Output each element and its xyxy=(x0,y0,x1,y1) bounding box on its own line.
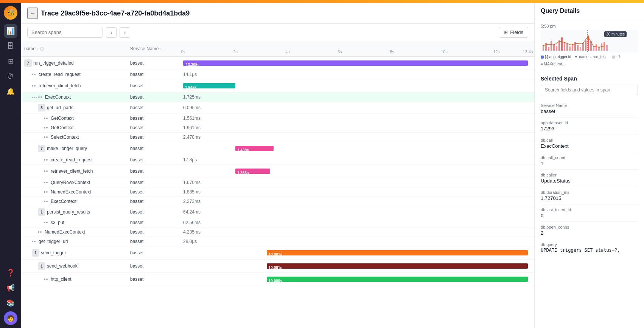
field-db-last-insert-id: db.last_insert_id 0 xyxy=(541,204,638,222)
chart-time: 5:58 pm xyxy=(541,24,638,28)
prev-button[interactable]: ‹ xyxy=(106,27,117,38)
svg-rect-13 xyxy=(577,45,579,51)
table-row[interactable]: ExecContext basset 2.273ms xyxy=(21,197,534,206)
table-row[interactable]: 1 persist_query_results basset 64.24ms xyxy=(21,206,534,218)
selected-span-title: Selected Span xyxy=(541,76,638,82)
expand-badge[interactable]: 7 xyxy=(38,145,45,152)
sidebar-item-docs[interactable]: 📚 xyxy=(4,296,17,310)
table-row[interactable]: get_trigger_url basset 28.0μs xyxy=(21,237,534,246)
svg-rect-24 xyxy=(606,45,608,51)
table-row[interactable]: create_read_request basset 14.1μs xyxy=(21,70,534,79)
span-search-input[interactable] xyxy=(541,85,638,95)
field-db-query: db.query UPDATE triggers SET status=?, xyxy=(541,239,638,256)
help-icon: ❓ xyxy=(6,269,15,277)
svg-rect-16 xyxy=(585,40,586,51)
sidebar-item-data[interactable]: 🗄 xyxy=(4,39,17,53)
sidebar-item-history[interactable]: ⏱ xyxy=(4,70,17,83)
sidebar-item-help[interactable]: ❓ xyxy=(4,266,17,280)
table-row[interactable]: retriever_client_fetch basset 1.949s xyxy=(21,79,534,93)
tick-134s: 13.4s xyxy=(523,50,533,54)
sidebar: 🐝 📊 🗄 ⊞ ⏱ 🔔 ❓ 📢 📚 🧑 xyxy=(0,3,21,328)
expand-badge[interactable]: 1 xyxy=(32,249,39,257)
trace-toolbar: ‹ › ⊞ Fields xyxy=(21,24,534,41)
table-row[interactable]: 1 send_trigger basset 10.001s xyxy=(21,246,534,260)
svg-rect-3 xyxy=(551,41,552,51)
tick-2s: 2s xyxy=(233,50,238,54)
col-header-timeline: 0s 2s 4s 6s 8s 10s 12s 13.4s xyxy=(180,41,534,57)
trace-table: name ↓ ⓘ Service Name ↕ 0s xyxy=(21,41,534,286)
svg-rect-10 xyxy=(569,46,571,51)
tick-0s: 0s xyxy=(181,50,185,54)
table-row[interactable]: ExecContext basset 1.725ms xyxy=(21,93,534,102)
expand-badge[interactable]: 7 xyxy=(24,59,32,67)
tick-8s: 8s xyxy=(390,50,394,54)
table-row[interactable]: http_client basset 10.000s xyxy=(21,273,534,286)
table-row[interactable]: 1 send_webhook basset 10.001s xyxy=(21,260,534,273)
trace-table-container[interactable]: name ↓ ⓘ Service Name ↕ 0s xyxy=(21,41,534,328)
sidebar-item-announcements[interactable]: 📢 xyxy=(4,281,17,295)
chart-label-plus1: +1 xyxy=(612,55,620,59)
next-button[interactable]: › xyxy=(120,27,130,38)
fields-grid-icon: ⊞ xyxy=(504,29,508,35)
table-row[interactable]: QueryRowxContext basset 1.670ms xyxy=(21,178,534,187)
svg-rect-2 xyxy=(548,47,549,51)
table-row[interactable]: retriever_client_fetch basset 1.363s xyxy=(21,165,534,178)
table-row[interactable]: GetContext basset 1.961ms xyxy=(21,123,534,133)
table-row[interactable]: GetContext basset 1.561ms xyxy=(21,114,534,123)
span-name-cell: 7 run_trigger_detailed xyxy=(21,57,127,70)
expand-badge[interactable]: 3 xyxy=(38,104,45,111)
expand-badge[interactable]: 1 xyxy=(38,262,45,270)
field-db-caller: db.caller UpdateStatus xyxy=(541,170,638,187)
field-db-duration-ms: db.duration_ms 1.727015 xyxy=(541,187,638,204)
selected-span-section: Selected Span xyxy=(535,71,644,100)
tick-12s: 12s xyxy=(493,50,500,54)
table-row[interactable]: s3_put basset 62.56ms xyxy=(21,218,534,227)
chart-labels: [-] app.trigger.id ▼ name = run_trig... … xyxy=(541,55,638,66)
field-db-open-conns: db.open_conns 2 xyxy=(541,222,638,239)
info-icon[interactable]: ⓘ xyxy=(40,47,44,51)
panel-title: Query Details xyxy=(535,3,644,19)
svg-rect-8 xyxy=(564,42,565,51)
table-header-row: name ↓ ⓘ Service Name ↕ 0s xyxy=(21,41,534,57)
page-header: ← Trace 29ac9f5e-b3cc-4ae7-a720-fa0bd4a1… xyxy=(21,3,534,24)
table-row[interactable]: create_read_request basset 17.8μs xyxy=(21,155,534,165)
sidebar-item-alerts[interactable]: 🔔 xyxy=(4,85,17,98)
board-icon: ⊞ xyxy=(8,57,14,65)
mini-chart: 30 minutes xyxy=(541,30,638,53)
tick-10s: 10s xyxy=(441,50,448,54)
sidebar-item-boards[interactable]: ⊞ xyxy=(4,54,17,68)
tick-4s: 4s xyxy=(285,50,290,54)
announcement-icon: 📢 xyxy=(6,284,15,292)
chart-label-trigger: [-] app.trigger.id xyxy=(541,55,571,59)
page-title: Trace 29ac9f5e-b3cc-4ae7-a720-fa0bd4a1bd… xyxy=(41,9,190,17)
table-row[interactable]: SelectContext basset 2.478ms xyxy=(21,133,534,142)
service-sort-icon: ↕ xyxy=(160,47,162,51)
fields-button[interactable]: ⊞ Fields xyxy=(499,27,528,38)
back-button[interactable]: ← xyxy=(27,8,38,19)
history-icon: ⏱ xyxy=(7,73,14,80)
sidebar-item-analytics[interactable]: 📊 xyxy=(4,24,17,38)
field-db-call: db.call ExecContext xyxy=(541,135,638,152)
docs-icon: 📚 xyxy=(6,299,15,307)
field-db-call-count: db.call_count 1 xyxy=(541,152,638,170)
chart-tooltip: 30 minutes xyxy=(604,31,627,37)
sort-icon: ↓ xyxy=(37,47,39,51)
app-logo: 🐝 xyxy=(4,6,17,20)
expand-badge[interactable]: 1 xyxy=(38,208,45,216)
span-fields: Service Name basset app.dataset_id 17293… xyxy=(535,100,644,328)
database-icon: 🗄 xyxy=(7,42,14,50)
table-row[interactable]: 7 run_trigger_detailed basset 13.395s xyxy=(21,57,534,70)
analytics-icon: 📊 xyxy=(6,27,15,35)
field-service-name: Service Name basset xyxy=(541,100,638,118)
table-row[interactable]: NamedExecContext basset 4.235ms xyxy=(21,227,534,237)
table-row[interactable]: 3 get_url_parts basset 6.095ms xyxy=(21,102,534,114)
search-input[interactable] xyxy=(27,27,103,38)
tick-6s: 6s xyxy=(338,50,342,54)
svg-rect-14 xyxy=(580,47,581,51)
svg-rect-11 xyxy=(572,44,573,51)
right-panel: Query Details 5:58 pm xyxy=(534,3,644,328)
table-row[interactable]: 7 make_longer_query basset 1.438s xyxy=(21,142,534,155)
svg-rect-1 xyxy=(545,43,547,51)
table-row[interactable]: NamedExecContext basset 1.885ms xyxy=(21,187,534,197)
user-avatar[interactable]: 🧑 xyxy=(4,311,17,325)
